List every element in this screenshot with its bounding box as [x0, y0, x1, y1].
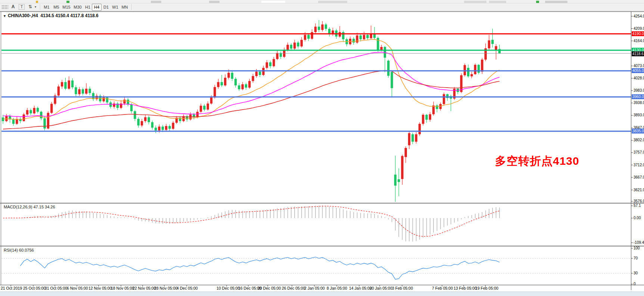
time-tick: 20 Dec 05:00 [258, 286, 281, 290]
price-tick: 3576.0 [634, 199, 644, 203]
time-tick: 21 Oct 2019 [1, 286, 22, 290]
chart-text-annotation[interactable]: 多空转折点4130 [495, 154, 579, 169]
time-tick: 2 Jan 05:00 [304, 286, 325, 290]
symbol-name: CHINA300-,H4 [8, 13, 38, 18]
chart-canvas[interactable] [0, 0, 644, 296]
price-tick: 3667.0 [634, 175, 644, 179]
panel-borders [0, 11, 644, 290]
macd-tick: -109.43 [634, 240, 644, 245]
price-tick: 3802.0 [634, 138, 644, 142]
chart-title: ▼CHINA300-,H4 4134.5 4150.4 4117.8 4118.… [3, 13, 99, 18]
macd-label: MACD(12,26,9) 47.15 34.26 [4, 205, 55, 209]
time-tick: 12 Nov 05:00 [88, 286, 112, 290]
hline-badge-4190: 4190.0 [632, 31, 644, 36]
time-tick: 28 Nov 05:00 [154, 286, 177, 290]
time-tick: 22 Nov 05:00 [133, 286, 156, 290]
time-tick: 31 Oct 05:00 [45, 286, 67, 290]
macd-tick: 57.1 [634, 204, 641, 208]
rsi-tick: 30 [634, 271, 638, 275]
time-tick: 4 Dec 05:00 [177, 286, 198, 290]
rsi-tick: 100 [634, 246, 640, 250]
hline-badge-4055: 4055.0 [632, 68, 644, 73]
time-tick: 14 Jan 05:00 [349, 286, 372, 290]
rsi-tick: 70 [634, 256, 638, 260]
price-tick: 3983.0 [634, 88, 644, 92]
price-tick: 3938.0 [634, 101, 644, 105]
price-tick: 4164.0 [634, 39, 644, 43]
price-tick: 3621.0 [634, 188, 644, 192]
time-tick: 6 Nov 05:00 [67, 286, 88, 290]
moving-averages-layer [3, 39, 500, 129]
mt4-window: A T ⇅ ▾ M1M5M15M30H1H4D1W1MN ▼CHINA300-,… [0, 0, 644, 296]
candles-layer [2, 20, 501, 202]
time-tick: 7 Feb 05:00 [432, 286, 453, 290]
time-tick: 25 Oct 05:00 [23, 286, 46, 290]
time-tick: 19 Feb 05:00 [475, 286, 498, 290]
current-price-badge: 4118.6 [632, 51, 644, 56]
price-tick: 4254.0 [634, 14, 644, 18]
time-tick: 18 Nov 05:00 [111, 286, 134, 290]
rsi-tick: 0 [634, 282, 636, 286]
time-tick: 8 Jan 05:00 [327, 286, 347, 290]
price-tick: 4028.0 [634, 76, 644, 80]
time-tick: 20 Jan 05:00 [370, 286, 392, 290]
time-tick: 3 Feb 05:00 [392, 286, 413, 290]
status-strip [0, 292, 644, 296]
time-tick: 10 Dec 05:00 [217, 286, 240, 290]
macd-layer [3, 205, 500, 242]
macd-tick: 0.00 [634, 216, 641, 220]
price-tick: 3757.0 [634, 150, 644, 154]
rsi-layer [21, 257, 500, 279]
time-tick: 26 Dec 05:00 [282, 286, 305, 290]
time-tick: 13 Feb 05:00 [454, 286, 477, 290]
hline-badge-3960: 3960.0 [632, 94, 644, 99]
hline-badge-3835: 3835.0 [632, 129, 644, 133]
symbol-dropdown-icon[interactable]: ▼ [3, 14, 6, 18]
price-tick: 3893.0 [634, 113, 644, 117]
price-tick: 4209.0 [634, 26, 644, 31]
ohlc-values: 4134.5 4150.4 4117.8 4118.6 [40, 13, 99, 18]
price-tick: 4073.0 [634, 64, 644, 68]
price-tick: 3712.0 [634, 163, 644, 167]
rsi-label: RSI(14) 60.0756 [4, 248, 34, 252]
